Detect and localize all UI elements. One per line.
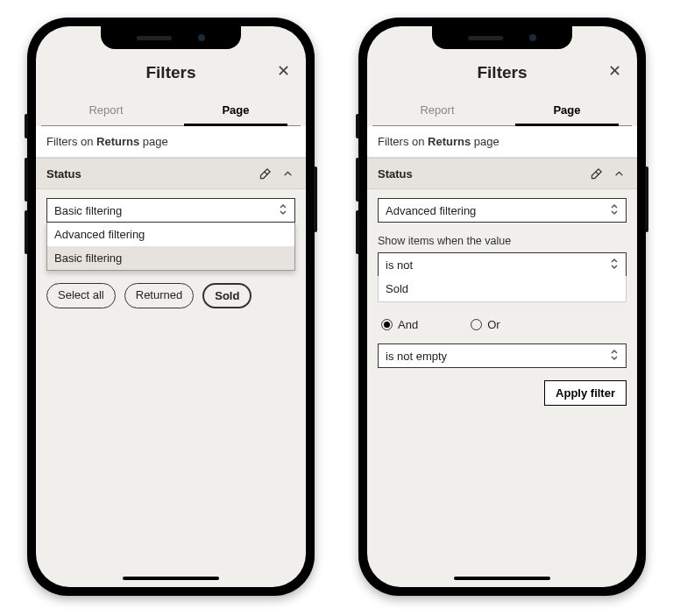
close-icon[interactable]: ✕: [608, 63, 621, 79]
apply-filter-button[interactable]: Apply filter: [544, 380, 627, 406]
logic-radios: And Or: [381, 318, 623, 331]
chip-select-all[interactable]: Select all: [46, 283, 116, 308]
condition2-select[interactable]: is not empty: [378, 343, 627, 368]
tab-report[interactable]: Report: [41, 96, 171, 125]
filters-on-label: Filters on Returns page: [367, 126, 637, 158]
close-icon[interactable]: ✕: [277, 63, 290, 79]
radio-dot-on: [381, 319, 393, 330]
phone-right: Filters ✕ Report Page Filters on Returns…: [358, 18, 646, 596]
eraser-icon[interactable]: [257, 166, 273, 181]
chevron-up-icon[interactable]: [611, 166, 627, 181]
option-basic[interactable]: Basic filtering: [47, 246, 294, 270]
filters-on-label: Filters on Returns page: [36, 126, 306, 158]
section-title: Status: [46, 167, 81, 181]
value-chips: Select all Returned Sold: [46, 283, 295, 308]
option-advanced[interactable]: Advanced filtering: [47, 223, 294, 246]
tabs: Report Page: [372, 96, 632, 126]
home-indicator: [454, 577, 550, 580]
filter-section-status[interactable]: Status: [36, 158, 306, 189]
tabs: Report Page: [41, 96, 301, 126]
header: Filters ✕: [367, 58, 637, 91]
show-items-label: Show items when the value: [378, 235, 627, 247]
select-value: is not empty: [386, 350, 447, 363]
updown-icon: [610, 258, 619, 272]
radio-dot-off: [471, 319, 482, 330]
phone-left: Filters ✕ Report Page Filters on Returns…: [27, 18, 315, 596]
radio-and[interactable]: And: [381, 318, 418, 331]
filter-type-dropdown: Advanced filtering Basic filtering: [46, 223, 295, 271]
updown-icon: [610, 203, 619, 217]
filter-type-select[interactable]: Basic filtering: [46, 198, 295, 223]
select-value: Advanced filtering: [386, 204, 476, 217]
tab-report[interactable]: Report: [372, 96, 502, 125]
header: Filters ✕: [36, 58, 306, 91]
updown-icon: [610, 349, 619, 363]
condition1-select[interactable]: is not: [378, 252, 627, 277]
chip-sold[interactable]: Sold: [202, 283, 251, 308]
select-value: Basic filtering: [54, 204, 122, 217]
page-title: Filters: [36, 63, 306, 82]
eraser-icon[interactable]: [588, 166, 604, 181]
filter-type-select[interactable]: Advanced filtering: [378, 198, 627, 223]
select-value: is not: [386, 258, 413, 272]
condition1-value[interactable]: Sold: [378, 276, 627, 302]
chevron-up-icon[interactable]: [280, 166, 295, 181]
page-title: Filters: [367, 63, 637, 82]
chip-returned[interactable]: Returned: [124, 283, 194, 308]
tab-page[interactable]: Page: [502, 96, 632, 125]
home-indicator: [123, 577, 219, 580]
radio-or[interactable]: Or: [471, 318, 499, 331]
section-title: Status: [378, 167, 413, 181]
filter-section-status[interactable]: Status: [367, 158, 637, 189]
tab-page[interactable]: Page: [171, 96, 301, 125]
updown-icon: [279, 203, 287, 217]
